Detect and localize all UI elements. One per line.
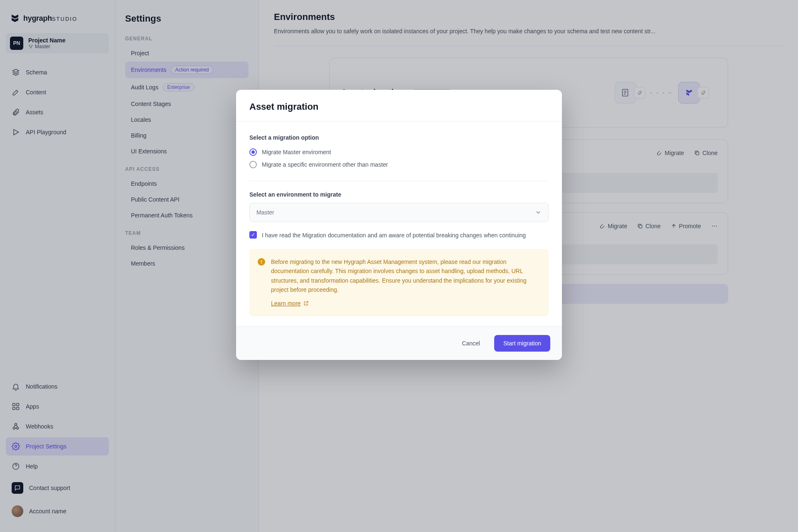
- radio-migrate-master[interactable]: Migrate Master enviroment: [249, 146, 549, 158]
- learn-more-link[interactable]: Learn more: [271, 299, 309, 308]
- cancel-button[interactable]: Cancel: [456, 336, 486, 351]
- checkbox-icon: ✓: [249, 231, 257, 239]
- asset-migration-modal: Asset migration Select a migration optio…: [236, 90, 562, 360]
- environment-select-label: Select an environment to migrate: [249, 191, 549, 198]
- select-value: Master: [256, 209, 274, 216]
- divider: [249, 181, 549, 181]
- warning-text: Before migrating to the new Hygraph Asse…: [271, 259, 527, 293]
- radio-icon: [249, 148, 257, 156]
- acknowledge-checkbox[interactable]: ✓ I have read the Migration documentatio…: [249, 231, 549, 240]
- modal-overlay[interactable]: Asset migration Select a migration optio…: [0, 0, 798, 532]
- environment-select[interactable]: Master: [249, 203, 549, 222]
- start-migration-button[interactable]: Start migration: [494, 335, 550, 352]
- radio-icon: [249, 161, 257, 168]
- warning-panel: ! Before migrating to the new Hygraph As…: [249, 249, 549, 316]
- modal-title: Asset migration: [249, 101, 549, 112]
- external-link-icon: [303, 300, 309, 306]
- radio-migrate-specific[interactable]: Migrate a specific environment other tha…: [249, 158, 549, 171]
- chevron-down-icon: [535, 209, 542, 216]
- migration-option-label: Select a migration option: [249, 134, 549, 141]
- warning-icon: !: [258, 258, 265, 266]
